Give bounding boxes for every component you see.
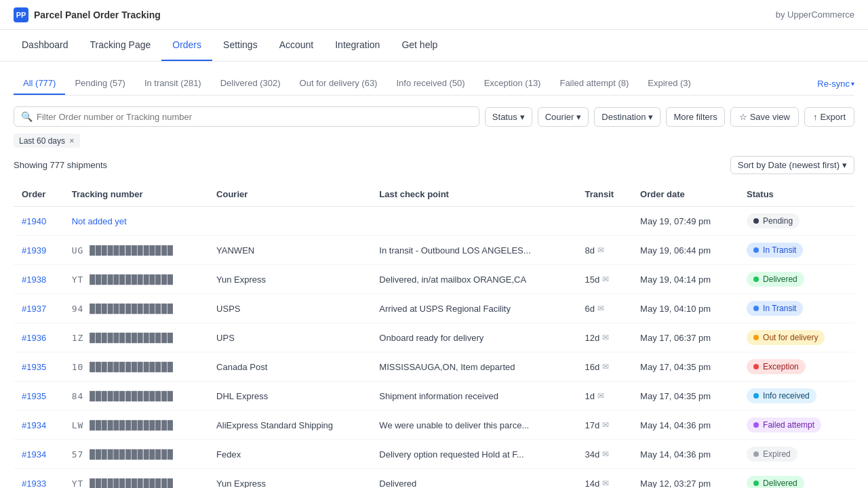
status-badge: Failed attempt xyxy=(747,418,821,432)
col-order-date: Order date xyxy=(632,182,738,207)
status-label: Exception xyxy=(763,362,799,371)
order-link[interactable]: #1940 xyxy=(22,216,46,226)
tab-pending[interactable]: Pending (57) xyxy=(65,73,134,95)
order-link[interactable]: #1934 xyxy=(22,420,46,430)
status-label: In Transit xyxy=(763,304,796,313)
courier-filter-button[interactable]: Courier ▾ xyxy=(538,107,589,127)
destination-filter-button[interactable]: Destination ▾ xyxy=(594,107,660,127)
order-link[interactable]: #1933 xyxy=(22,479,46,489)
search-input[interactable] xyxy=(37,112,472,122)
tab-out-for-delivery[interactable]: Out for delivery (63) xyxy=(290,73,387,95)
mail-icon: ✉ xyxy=(602,333,609,342)
remove-date-filter-icon[interactable]: × xyxy=(69,136,75,146)
status-dot xyxy=(753,481,759,486)
nav-orders[interactable]: Orders xyxy=(161,30,212,61)
order-date-cell: May 17, 06:37 pm xyxy=(632,323,738,352)
status-cell: Delivered xyxy=(738,265,854,294)
sort-chevron-icon: ▾ xyxy=(842,160,847,170)
tab-in-transit[interactable]: In transit (281) xyxy=(135,73,211,95)
transit-cell: 12d ✉ xyxy=(576,323,632,352)
date-filter-tag: Last 60 days × xyxy=(14,134,80,148)
tracking-number[interactable]: 10 ██████████████ xyxy=(72,362,174,372)
more-filters-button[interactable]: More filters xyxy=(666,107,724,127)
status-cell: Delivered xyxy=(738,469,854,489)
order-link[interactable]: #1935 xyxy=(22,362,46,372)
tracking-number[interactable]: LW ██████████████ xyxy=(72,420,174,430)
order-link[interactable]: #1934 xyxy=(22,449,46,460)
transit-info: 6d ✉ xyxy=(585,304,624,314)
checkpoint-cell: Delivered xyxy=(371,469,576,489)
status-cell: Failed attempt xyxy=(738,411,854,440)
mail-icon: ✉ xyxy=(602,449,609,459)
order-date-cell: May 17, 04:35 pm xyxy=(632,352,738,382)
status-dot xyxy=(753,335,759,340)
status-label: Expired xyxy=(763,449,791,459)
app-title: Parcel Panel Order Tracking xyxy=(34,9,161,20)
table-row: #1938YT ██████████████Yun ExpressDeliver… xyxy=(14,265,854,294)
transit-cell: 8d ✉ xyxy=(576,236,632,265)
transit-info: 15d ✉ xyxy=(585,274,624,285)
table-row: #1934LW ██████████████AliExpress Standar… xyxy=(14,411,854,440)
order-link[interactable]: #1938 xyxy=(22,274,46,285)
app-logo: PP Parcel Panel Order Tracking xyxy=(14,7,161,22)
table-row: #1933YT ██████████████Yun ExpressDeliver… xyxy=(14,469,854,489)
resync-chevron-icon: ▾ xyxy=(851,80,854,87)
status-dot xyxy=(753,393,759,399)
status-badge: Delivered xyxy=(747,476,804,488)
order-link[interactable]: #1936 xyxy=(22,333,46,343)
save-view-button[interactable]: ☆ Save view xyxy=(730,107,799,127)
order-date-cell: May 19, 04:14 pm xyxy=(632,265,738,294)
tab-exception[interactable]: Exception (13) xyxy=(475,73,551,95)
status-label: Failed attempt xyxy=(763,420,814,430)
resync-button[interactable]: Re-sync ▾ xyxy=(817,73,854,95)
checkpoint-cell: Shipment information received xyxy=(371,382,576,411)
col-order: Order xyxy=(14,182,64,207)
tab-delivered[interactable]: Delivered (302) xyxy=(211,73,290,95)
mail-icon: ✉ xyxy=(602,362,609,371)
tracking-number[interactable]: UG ██████████████ xyxy=(72,245,174,256)
tab-failed-attempt[interactable]: Failed attempt (8) xyxy=(550,73,638,95)
tab-expired[interactable]: Expired (3) xyxy=(638,73,701,95)
tab-all[interactable]: All (777) xyxy=(14,73,65,95)
status-filter-button[interactable]: Status ▾ xyxy=(485,107,532,127)
status-badge: Pending xyxy=(747,214,800,228)
nav-integration[interactable]: Integration xyxy=(324,30,391,61)
tracking-link[interactable]: Not added yet xyxy=(72,216,127,226)
order-link[interactable]: #1935 xyxy=(22,391,46,401)
tracking-number[interactable]: 57 ██████████████ xyxy=(72,449,174,460)
nav-account[interactable]: Account xyxy=(269,30,325,61)
courier-cell: Canada Post xyxy=(208,352,371,382)
order-link[interactable]: #1939 xyxy=(22,245,46,256)
tracking-number[interactable]: YT ██████████████ xyxy=(72,479,174,489)
tab-info-received[interactable]: Info received (50) xyxy=(387,73,474,95)
search-box[interactable]: 🔍 xyxy=(14,106,479,127)
transit-cell: 6d ✉ xyxy=(576,294,632,323)
export-button[interactable]: ↑ Export xyxy=(804,107,854,127)
checkpoint-cell xyxy=(371,207,576,236)
status-dot xyxy=(753,218,759,224)
tracking-number[interactable]: 1Z ██████████████ xyxy=(72,333,174,343)
nav-settings[interactable]: Settings xyxy=(212,30,269,61)
status-filter-chevron-icon: ▾ xyxy=(520,112,525,122)
sort-select[interactable]: Sort by Date (newest first) ▾ xyxy=(730,156,854,174)
orders-table: Order Tracking number Courier Last check… xyxy=(14,182,854,488)
nav-dashboard[interactable]: Dashboard xyxy=(11,30,79,61)
order-date-cell: May 14, 04:36 pm xyxy=(632,440,738,469)
status-badge: Info received xyxy=(747,388,816,403)
tracking-number[interactable]: 84 ██████████████ xyxy=(72,391,174,401)
status-filter-label: Status xyxy=(492,112,517,122)
courier-cell: AliExpress Standard Shipping xyxy=(208,411,371,440)
tracking-number[interactable]: YT ██████████████ xyxy=(72,274,174,285)
status-label: Out for delivery xyxy=(763,333,818,342)
mail-icon: ✉ xyxy=(602,420,609,430)
order-date-cell: May 19, 07:49 pm xyxy=(632,207,738,236)
status-cell: Expired xyxy=(738,440,854,469)
nav-tracking-page[interactable]: Tracking Page xyxy=(79,30,162,61)
col-tracking: Tracking number xyxy=(64,182,208,207)
order-link[interactable]: #1937 xyxy=(22,304,46,314)
nav-get-help[interactable]: Get help xyxy=(391,30,448,61)
tracking-number[interactable]: 94 ██████████████ xyxy=(72,304,174,314)
sort-label: Sort by Date (newest first) xyxy=(738,160,840,170)
status-cell: In Transit xyxy=(738,294,854,323)
mail-icon: ✉ xyxy=(602,274,609,284)
